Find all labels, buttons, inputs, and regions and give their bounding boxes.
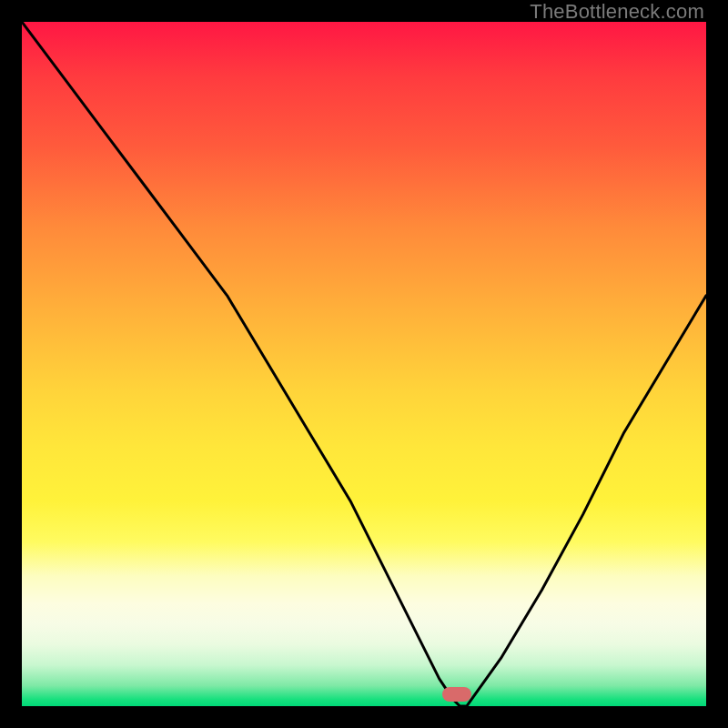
watermark-text: TheBottleneck.com (530, 0, 704, 24)
optimal-point-marker (442, 687, 471, 702)
chart-frame: TheBottleneck.com (0, 0, 728, 728)
bottleneck-curve (22, 22, 706, 706)
plot-area (22, 22, 706, 706)
